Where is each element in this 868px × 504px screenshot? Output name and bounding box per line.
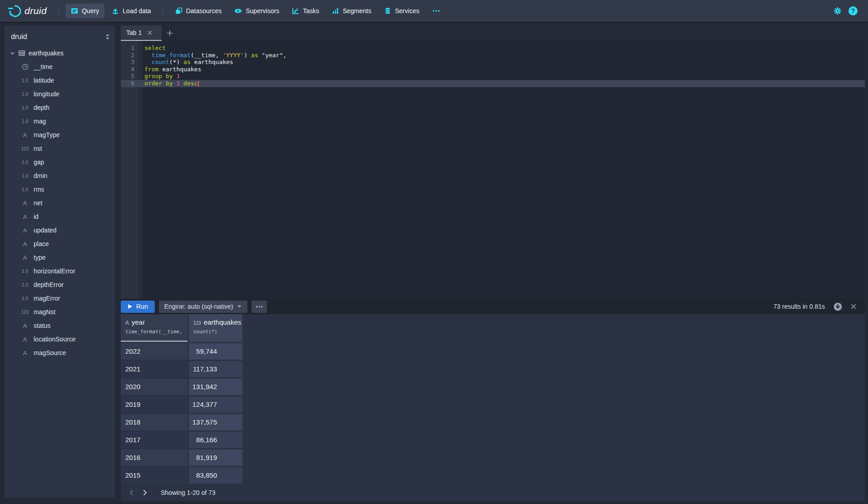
chevron-right-icon xyxy=(143,489,147,496)
column-label: depthError xyxy=(34,281,64,288)
cell-earthquakes[interactable]: 86,166 xyxy=(189,432,242,448)
column-header-earthquakes[interactable]: 123 earthquakes count(*) xyxy=(189,314,242,342)
nav-item-supervisors[interactable]: Supervisors xyxy=(229,4,285,18)
cell-year[interactable]: 2022 xyxy=(121,343,187,360)
fold-gutter-cell xyxy=(138,80,143,87)
cell-year[interactable]: 2019 xyxy=(121,396,187,413)
next-page-button[interactable] xyxy=(138,486,152,499)
cell-earthquakes[interactable]: 81,919 xyxy=(189,450,242,466)
nav-label: Supervisors xyxy=(246,7,279,15)
column-item-rms[interactable]: 1.0rms xyxy=(5,183,115,196)
column-item-magError[interactable]: 1.0magError xyxy=(5,292,115,305)
column-item-net[interactable]: Anet xyxy=(5,196,115,210)
code-text: time_format(__time, 'YYYY') as "year", xyxy=(143,52,286,59)
nav-item-services[interactable]: Services xyxy=(379,4,425,18)
column-item-dmin[interactable]: 1.0dmin xyxy=(5,169,115,183)
type-glyph-string: A xyxy=(20,200,30,207)
type-glyph-string: A xyxy=(20,227,30,234)
code-line-1[interactable]: 1select xyxy=(121,44,865,52)
type-glyph-float: 1.0 xyxy=(20,119,30,124)
druid-console: druid Query Load data Datasources xyxy=(0,0,868,504)
sql-editor[interactable]: 1select2 time_format(__time, 'YYYY') as … xyxy=(121,41,865,299)
help-button[interactable]: ? xyxy=(845,3,861,19)
cell-earthquakes[interactable]: 117,133 xyxy=(189,361,242,377)
cell-earthquakes[interactable]: 131,942 xyxy=(189,379,242,395)
column-item-depthError[interactable]: 1.0depthError xyxy=(5,278,115,292)
column-item-magNst[interactable]: 123magNst xyxy=(5,305,115,319)
column-label: magType xyxy=(34,131,60,138)
code-line-6[interactable]: 6order by 1 desc xyxy=(121,80,865,87)
nav-item-load-data[interactable]: Load data xyxy=(106,4,156,18)
column-item-id[interactable]: Aid xyxy=(5,210,115,223)
type-glyph-string: A xyxy=(20,213,30,220)
column-item-longitude[interactable]: 1.0longitude xyxy=(5,87,115,101)
clock-icon xyxy=(20,64,30,70)
fold-gutter-cell xyxy=(138,59,143,66)
druid-logo[interactable]: druid xyxy=(7,4,47,18)
column-item-type[interactable]: Atype xyxy=(5,251,115,264)
type-glyph-string: A xyxy=(20,254,30,261)
column-item-__time[interactable]: __time xyxy=(5,60,115,74)
nav-item-query[interactable]: Query xyxy=(65,4,104,18)
engine-selector[interactable]: Engine: auto (sql-native) xyxy=(159,301,248,313)
close-results-button[interactable] xyxy=(848,301,859,312)
column-item-horizontalError[interactable]: 1.0horizontalError xyxy=(5,264,115,278)
cell-year[interactable]: 2015 xyxy=(121,467,187,484)
close-tab-icon[interactable] xyxy=(147,30,153,35)
cell-earthquakes[interactable]: 124,377 xyxy=(189,396,242,413)
column-item-mag[interactable]: 1.0mag xyxy=(5,114,115,128)
code-line-4[interactable]: 4from earthquakes xyxy=(121,66,865,73)
download-results-button[interactable] xyxy=(832,301,843,312)
column-expression: count(*) xyxy=(193,329,239,335)
code-line-5[interactable]: 5group by 1 xyxy=(121,73,865,80)
nav-more-button[interactable] xyxy=(427,4,446,18)
column-label: nst xyxy=(34,145,42,152)
column-item-status[interactable]: Astatus xyxy=(5,319,115,332)
type-glyph-long: 123 xyxy=(20,146,30,151)
column-item-updated[interactable]: Aupdated xyxy=(5,223,115,237)
code-text: from earthquakes xyxy=(143,66,201,73)
column-item-depth[interactable]: 1.0depth xyxy=(5,101,115,114)
previous-page-button[interactable] xyxy=(124,486,138,499)
cell-earthquakes[interactable]: 59,744 xyxy=(189,343,242,360)
cell-year[interactable]: 2020 xyxy=(121,379,187,395)
column-item-place[interactable]: Aplace xyxy=(5,237,115,251)
settings-button[interactable] xyxy=(830,3,845,19)
logo-text: druid xyxy=(25,5,47,16)
tab-label: Tab 1 xyxy=(126,29,142,36)
nav-item-segments[interactable]: Segments xyxy=(326,4,377,18)
cell-year[interactable]: 2016 xyxy=(121,450,187,466)
new-tab-button[interactable] xyxy=(162,25,178,41)
druid-logo-icon xyxy=(7,4,21,18)
table-item-earthquakes[interactable]: earthquakes xyxy=(5,46,115,60)
run-button[interactable]: Run xyxy=(121,301,155,313)
column-item-magType[interactable]: AmagType xyxy=(5,128,115,142)
table-row-2019: 2019124,377 xyxy=(121,396,865,413)
code-line-2[interactable]: 2 time_format(__time, 'YYYY') as "year", xyxy=(121,52,865,59)
cell-earthquakes[interactable]: 137,575 xyxy=(189,414,242,430)
column-label: horizontalError xyxy=(34,267,75,275)
column-item-magSource[interactable]: AmagSource xyxy=(5,346,115,360)
sort-icon[interactable] xyxy=(105,34,110,40)
cell-year[interactable]: 2017 xyxy=(121,432,187,448)
column-item-latitude[interactable]: 1.0latitude xyxy=(5,74,115,87)
column-item-nst[interactable]: 123nst xyxy=(5,142,115,155)
type-glyph-long: 123 xyxy=(20,310,30,315)
query-more-button[interactable] xyxy=(252,301,267,313)
nav-item-datasources[interactable]: Datasources xyxy=(170,4,227,18)
cell-year[interactable]: 2021 xyxy=(121,361,187,377)
pagination-label: Showing 1-20 of 73 xyxy=(161,489,216,496)
tab-1[interactable]: Tab 1 xyxy=(121,25,162,41)
type-glyph-float: 1.0 xyxy=(20,282,30,287)
line-number: 6 xyxy=(121,80,138,87)
nav-label: Tasks xyxy=(303,7,319,15)
column-label: net xyxy=(34,199,42,207)
run-label: Run xyxy=(136,303,148,310)
cell-year[interactable]: 2018 xyxy=(121,414,187,430)
column-header-year[interactable]: A year time_format(__time, … xyxy=(121,314,187,342)
column-item-gap[interactable]: 1.0gap xyxy=(5,155,115,169)
column-item-locationSource[interactable]: AlocationSource xyxy=(5,332,115,346)
code-line-3[interactable]: 3 count(*) as earthquakes xyxy=(121,59,865,66)
nav-item-tasks[interactable]: Tasks xyxy=(286,4,325,18)
cell-earthquakes[interactable]: 83,850 xyxy=(189,467,242,484)
